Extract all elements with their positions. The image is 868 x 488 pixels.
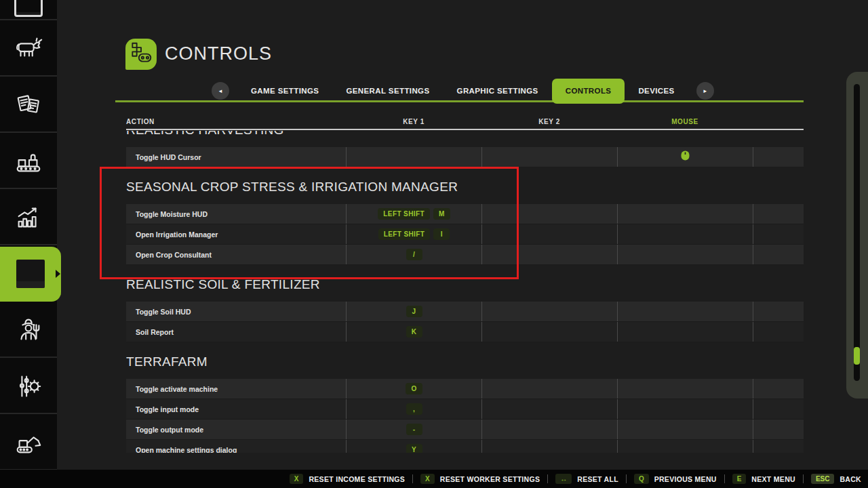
- binding-row: Toggle input mode,: [126, 399, 804, 420]
- mouse-cell[interactable]: [617, 440, 753, 453]
- tabs-prev-button[interactable]: ◂: [212, 82, 229, 100]
- section-title: REALISTIC HARVESTING: [126, 131, 804, 139]
- active-item-arrow-icon: [56, 270, 60, 278]
- mouse-cell[interactable]: [617, 379, 753, 399]
- key1-cell[interactable]: ,: [346, 399, 481, 419]
- sidebar-item-animals[interactable]: [0, 22, 57, 77]
- sidebar: [0, 0, 57, 472]
- gamepad-cell[interactable]: [753, 399, 803, 419]
- previous-menu-button[interactable]: QPREVIOUS MENU: [634, 474, 717, 484]
- tabs-next-button[interactable]: ▸: [696, 82, 714, 100]
- key2-cell[interactable]: [481, 420, 617, 439]
- gamepad-cell[interactable]: [753, 440, 803, 453]
- binding-row: Toggle Moisture HUDLEFT SHIFTM: [126, 204, 804, 224]
- gamepad-cell[interactable]: [753, 245, 803, 264]
- key1-cell[interactable]: J: [346, 302, 481, 321]
- section-title: TERRAFARM: [126, 353, 804, 371]
- key-badge: I: [433, 228, 450, 240]
- key-badge: LEFT SHIFT: [378, 228, 431, 240]
- key2-cell[interactable]: [481, 204, 617, 224]
- gamepad-cell[interactable]: [753, 322, 803, 342]
- tuning-icon: [13, 371, 44, 402]
- hotkey-badge: X: [420, 474, 435, 484]
- hotkey-badge: X: [290, 474, 304, 484]
- action-label: Toggle input mode: [126, 405, 346, 413]
- mouse-cell[interactable]: [617, 147, 753, 167]
- action-label: Toggle activate machine: [126, 385, 346, 393]
- scrollbar-thumb[interactable]: [854, 347, 860, 365]
- key1-cell[interactable]: LEFT SHIFTI: [346, 224, 481, 244]
- production-icon: [13, 146, 44, 177]
- section-rows: Toggle HUD Cursor: [126, 147, 804, 167]
- key2-cell[interactable]: [481, 245, 617, 264]
- gamepad-cell[interactable]: [753, 302, 803, 321]
- tab-controls[interactable]: CONTROLS: [552, 79, 625, 104]
- mouse-cell[interactable]: [617, 204, 753, 224]
- action-label: Soil Report: [126, 328, 346, 336]
- gamepad-cell[interactable]: [753, 420, 803, 439]
- binding-row: Toggle output mode-: [126, 420, 804, 440]
- tab-game-settings[interactable]: GAME SETTINGS: [237, 79, 332, 103]
- key1-cell[interactable]: O: [346, 379, 481, 399]
- key2-cell[interactable]: [481, 379, 617, 399]
- next-menu-button[interactable]: ENEXT MENU: [732, 474, 795, 484]
- sidebar-item-contracts[interactable]: [0, 78, 57, 133]
- key1-cell[interactable]: Y: [346, 440, 481, 453]
- sidebar-item-image-partial[interactable]: [0, 0, 57, 20]
- controls-logo: [125, 39, 157, 70]
- hotkey-badge: ↔: [555, 474, 572, 484]
- footer-bar: XRESET INCOME SETTINGSXRESET WORKER SETT…: [0, 470, 868, 488]
- gamepad-cell[interactable]: [753, 204, 803, 224]
- key1-cell[interactable]: LEFT SHIFTM: [346, 204, 481, 224]
- sidebar-item-mod[interactable]: [0, 247, 61, 302]
- key-badge: K: [406, 326, 422, 338]
- gamepad-cell[interactable]: [753, 224, 803, 244]
- key2-cell[interactable]: [481, 224, 617, 244]
- key2-cell[interactable]: [481, 147, 617, 167]
- key2-cell[interactable]: [481, 440, 617, 453]
- key1-cell[interactable]: /: [346, 245, 481, 264]
- sidebar-item-statistics[interactable]: [0, 190, 57, 245]
- scrollbar-track[interactable]: [854, 84, 860, 381]
- sidebar-item-production[interactable]: [0, 134, 57, 189]
- mouse-cell[interactable]: [617, 420, 753, 439]
- back-button[interactable]: ESCBACK: [811, 474, 861, 484]
- hotkey-badge: ESC: [811, 474, 835, 484]
- binding-row: Toggle activate machineO: [126, 379, 804, 399]
- footer-button-label: RESET ALL: [577, 475, 618, 483]
- key1-cell[interactable]: K: [346, 322, 481, 342]
- tab-graphic-settings[interactable]: GRAPHIC SETTINGS: [443, 79, 552, 103]
- tab-devices[interactable]: DEVICES: [625, 79, 688, 103]
- table-header-divider: [126, 129, 804, 130]
- page-title: CONTROLS: [165, 43, 272, 64]
- footer-separator: [803, 474, 804, 483]
- key-badge: /: [406, 249, 422, 260]
- key1-cell[interactable]: -: [346, 420, 481, 439]
- action-label: Open Crop Consultant: [126, 251, 346, 259]
- sidebar-item-excavator[interactable]: [0, 415, 57, 470]
- key1-cell[interactable]: [346, 147, 481, 167]
- sidebar-item-tuning[interactable]: [0, 359, 57, 414]
- hotkey-badge: Q: [634, 474, 649, 484]
- tab-general-settings[interactable]: GENERAL SETTINGS: [332, 79, 443, 103]
- key2-cell[interactable]: [481, 322, 617, 342]
- reset-income-settings-button[interactable]: XRESET INCOME SETTINGS: [290, 474, 405, 484]
- mouse-cell[interactable]: [617, 322, 753, 342]
- gamepad-cell[interactable]: [753, 147, 803, 167]
- column-header-action: ACTION: [126, 118, 155, 125]
- key2-cell[interactable]: [481, 399, 617, 419]
- reset-worker-settings-button[interactable]: XRESET WORKER SETTINGS: [420, 474, 540, 484]
- gamepad-cell[interactable]: [753, 379, 803, 399]
- column-header-key2: KEY 2: [481, 118, 617, 125]
- image-partial-icon: [14, 2, 43, 17]
- sidebar-item-farmer[interactable]: [0, 303, 57, 358]
- section-rows: Toggle Soil HUDJSoil ReportK: [126, 302, 804, 342]
- key2-cell[interactable]: [481, 302, 617, 321]
- mouse-cell[interactable]: [617, 224, 753, 244]
- action-label: Toggle HUD Cursor: [126, 153, 346, 161]
- mouse-cell[interactable]: [617, 399, 753, 419]
- reset-all-button[interactable]: ↔RESET ALL: [555, 474, 618, 484]
- binding-row: Open machine settings dialogY: [126, 440, 804, 453]
- mouse-cell[interactable]: [617, 302, 753, 321]
- mouse-cell[interactable]: [617, 245, 753, 264]
